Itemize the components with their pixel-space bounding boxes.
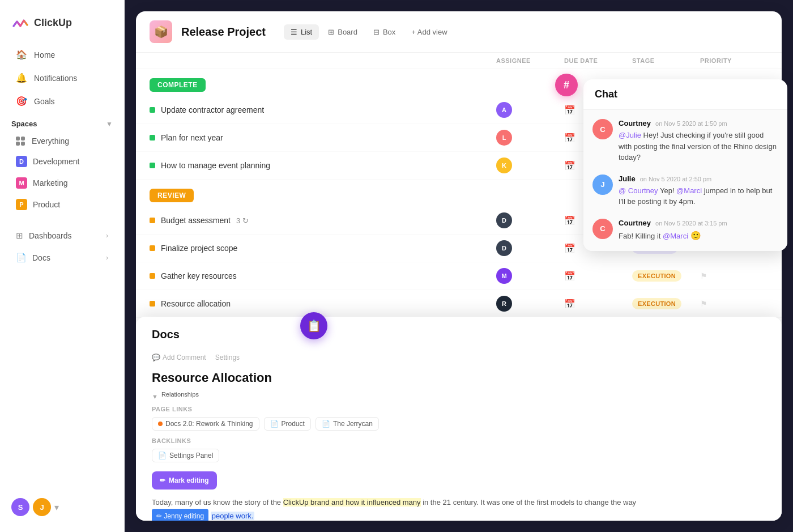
sidebar-item-marketing-label: Marketing	[33, 178, 67, 188]
tab-list-label: List	[301, 28, 312, 36]
chevron-right-icon-docs: ›	[106, 254, 108, 262]
doc-icon-backlink: 📄	[158, 452, 167, 459]
sidebar-item-notifications-label: Notifications	[34, 74, 77, 83]
doc-title: Resource Allocation	[152, 371, 766, 385]
main-area: 📦 Release Project ☰ List ⊞ Board ⊟ Box +…	[125, 0, 793, 532]
sidebar-item-development[interactable]: D Development	[5, 151, 120, 172]
chat-author-1: Courtney	[619, 119, 651, 127]
task-name: Finalize project scope	[150, 244, 496, 253]
product-dot: P	[16, 199, 27, 210]
sidebar-item-goals[interactable]: 🎯 Goals	[5, 90, 120, 112]
col-assignee: ASSIGNEE	[496, 57, 564, 64]
sidebar-item-dashboards[interactable]: ⊞ Dashboards ›	[5, 225, 120, 246]
section-badge-review: REVIEW	[150, 189, 194, 202]
hash-icon: #	[564, 79, 569, 91]
task-due-date: 📅	[564, 299, 632, 309]
doc-icon-sm2: 📄	[322, 420, 330, 428]
sidebar-item-product[interactable]: P Product	[5, 194, 120, 215]
task-assignee: D	[496, 240, 564, 256]
add-comment-label: Add Comment	[163, 354, 206, 361]
clickup-logo-icon	[11, 14, 29, 32]
body-highlight: ClickUp brand and how it influenced many	[283, 498, 421, 507]
stage-badge-execution: EXECUTION	[632, 298, 681, 309]
mention-marci2: @Marci	[663, 232, 688, 240]
chat-time-3: on Nov 5 2020 at 3:15 pm	[655, 220, 727, 227]
logo: ClickUp	[0, 9, 124, 43]
section-badge-complete: COMPLETE	[150, 78, 206, 92]
mark-editing-button[interactable]: ✏ Mark editing	[152, 471, 217, 490]
docs-actions: 💬 Add Comment Settings	[152, 354, 766, 361]
sidebar-item-marketing[interactable]: M Marketing	[5, 173, 120, 193]
sidebar-item-home[interactable]: 🏠 Home	[5, 44, 120, 66]
marketing-dot: M	[16, 177, 27, 189]
col-stage: STAGE	[632, 57, 700, 64]
relationships-label: Relationships	[161, 391, 199, 398]
chat-panel: Chat C Courtney on Nov 5 2020 at 1:50 pm…	[583, 79, 787, 251]
chat-avatar-courtney: C	[592, 119, 613, 139]
task-assignee: R	[496, 296, 564, 312]
calendar-icon: 📅	[564, 105, 575, 115]
page-link-product[interactable]: 📄 Product	[264, 417, 311, 431]
chat-messages: C Courtney on Nov 5 2020 at 1:50 pm @Jul…	[583, 110, 787, 251]
docs-panel-header: Docs	[152, 328, 180, 341]
page-link-jerrycan[interactable]: 📄 The Jerrycan	[316, 417, 379, 431]
smiley-emoji: 🙂	[690, 231, 701, 240]
page-links-label: PAGE LINKS	[152, 406, 766, 412]
tab-list[interactable]: ☰ List	[284, 24, 319, 40]
assignee-avatar: M	[496, 268, 512, 284]
jenny-badge-label: ✏ Jenny editing	[156, 510, 204, 521]
spaces-section-header[interactable]: Spaces ▼	[0, 113, 124, 131]
sidebar-item-everything[interactable]: Everything	[5, 132, 120, 150]
chat-meta-2: Julie on Nov 5 2020 at 2:50 pm	[619, 175, 778, 183]
chevron-right-icon: ›	[106, 232, 108, 240]
doc-float-icon: 📋	[307, 319, 321, 333]
chat-text-3: Fab! Killing it @Marci 🙂	[619, 229, 727, 242]
add-comment-button[interactable]: 💬 Add Comment	[152, 354, 206, 361]
backlinks-label: BACKLINKS	[152, 437, 766, 444]
page-link-docs[interactable]: Docs 2.0: Rework & Thinking	[152, 417, 259, 431]
tab-box[interactable]: ⊟ Box	[366, 24, 402, 40]
tab-board[interactable]: ⊞ Board	[321, 24, 364, 40]
development-dot: D	[16, 156, 27, 167]
chevron-down-icon: ▼	[152, 393, 158, 400]
page-link-product-label: Product	[282, 420, 305, 428]
box-icon: ⊟	[373, 28, 380, 36]
logo-text: ClickUp	[34, 17, 72, 29]
table-row[interactable]: Resource allocation R 📅 EXECUTION ⚑	[136, 290, 782, 318]
assignee-avatar: K	[496, 158, 512, 173]
settings-button[interactable]: Settings	[215, 354, 240, 361]
task-dot-yellow	[150, 273, 155, 279]
avatar-dropdown-icon[interactable]: ▾	[54, 502, 59, 513]
table-row[interactable]: Gather key resources M 📅 EXECUTION ⚑	[136, 262, 782, 290]
backlink-settings[interactable]: 📄 Settings Panel	[152, 449, 219, 462]
add-view-button[interactable]: + Add view	[404, 24, 454, 40]
floating-doc-icon[interactable]: 📋	[300, 312, 327, 339]
stage-badge-execution: EXECUTION	[632, 270, 681, 282]
task-priority: ⚑	[700, 271, 768, 281]
task-name: How to manage event planning	[150, 161, 496, 170]
task-name: Resource allocation	[150, 299, 496, 308]
chat-author-3: Courtney	[619, 219, 651, 227]
project-icon: 📦	[150, 20, 172, 43]
chat-avatar-courtney2: C	[592, 219, 613, 239]
avatar-j[interactable]: J	[33, 498, 51, 516]
docs-title-row: Docs	[152, 328, 766, 347]
task-stage: EXECUTION	[632, 298, 700, 309]
chat-time-2: on Nov 5 2020 at 2:50 pm	[640, 176, 712, 182]
col-priority: PRIORITY	[700, 57, 768, 64]
task-name: Plan for next year	[150, 133, 496, 142]
avatar-s[interactable]: S	[11, 498, 29, 516]
task-name: Update contractor agreement	[150, 105, 496, 114]
flag-icon: ⚑	[700, 271, 707, 280]
sidebar-item-notifications[interactable]: 🔔 Notifications	[5, 67, 120, 89]
chevron-down-icon: ▼	[106, 120, 113, 128]
flag-icon: ⚑	[700, 299, 707, 308]
settings-label: Settings	[215, 354, 240, 361]
task-assignee: M	[496, 268, 564, 284]
chat-content-2: Julie on Nov 5 2020 at 2:50 pm @ Courtne…	[619, 175, 778, 207]
sidebar-item-docs[interactable]: 📄 Docs ›	[5, 247, 120, 269]
body-text-2: in the 21 century. It was one of the fir…	[421, 498, 637, 507]
add-view-label: + Add view	[411, 28, 447, 36]
home-icon: 🏠	[16, 49, 27, 60]
calendar-icon: 📅	[564, 271, 575, 281]
